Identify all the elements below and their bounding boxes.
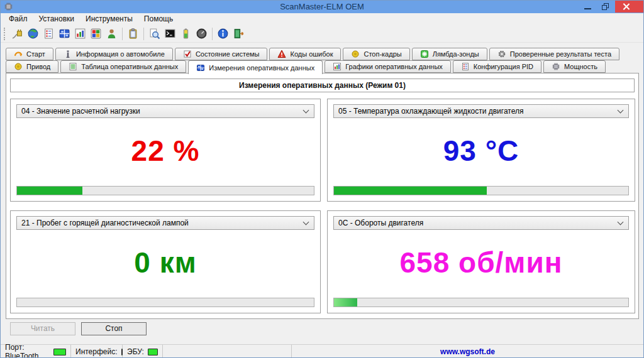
- tab-vehicle-info[interactable]: Информация о автомобиле: [55, 48, 173, 60]
- lambda-icon: [420, 50, 429, 58]
- chevron-down-icon: [303, 107, 309, 114]
- tab-freeze-frames[interactable]: Стоп-кадры: [343, 48, 409, 60]
- status-website-segment: www.wgsoft.de: [292, 345, 643, 358]
- minimize-button[interactable]: [579, 1, 597, 13]
- ecu-led-indicator: [148, 349, 158, 355]
- menu-help[interactable]: Помощь: [138, 13, 179, 25]
- toolbar-grip[interactable]: [4, 28, 6, 40]
- chevron-down-icon: [618, 219, 624, 225]
- dtc-warning-icon: [277, 50, 286, 58]
- car-info-icon: [64, 50, 72, 58]
- chevron-down-icon: [303, 219, 309, 225]
- measurements-grid-icon[interactable]: [57, 26, 72, 41]
- menu-settings[interactable]: Установки: [33, 13, 80, 25]
- pid-document-icon[interactable]: [41, 26, 57, 41]
- tab-power[interactable]: Мощность: [543, 60, 606, 73]
- tab-test-results[interactable]: Проверенные результаты теста: [489, 48, 619, 60]
- tab-measurements[interactable]: Измерения оперативных данных: [188, 60, 323, 74]
- progress-load: [16, 186, 314, 195]
- window-colors-icon[interactable]: [88, 26, 104, 41]
- toolbar-separator: [212, 28, 213, 40]
- pid-select-load[interactable]: 04 - Значение расчетной нагрузки: [16, 104, 314, 118]
- progress-rpm: [333, 298, 629, 307]
- tab-row-1: Старт Информация о автомобиле Состояние …: [6, 48, 619, 60]
- graphs-icon: [333, 62, 341, 71]
- menu-tools[interactable]: Инструменты: [80, 13, 138, 25]
- value-load: 22 %: [11, 121, 320, 181]
- battery-icon[interactable]: [178, 26, 194, 41]
- gauge-panel-load: 04 - Значение расчетной нагрузки 22 %: [10, 99, 321, 202]
- tab-data-table[interactable]: Таблица оперативных данных: [60, 60, 186, 73]
- test-results-gear-icon: [497, 50, 506, 58]
- tab-actuator[interactable]: Привод: [6, 60, 58, 73]
- measurements-grid-icon: [196, 63, 205, 72]
- data-table-icon: [69, 62, 77, 71]
- progress-coolant: [333, 186, 629, 195]
- close-button[interactable]: [615, 1, 643, 13]
- globe-icon[interactable]: [25, 26, 41, 41]
- gauge-panel-mil-distance: 21 - Пробег с горящей диагностической ла…: [10, 210, 321, 313]
- toolbar-separator: [122, 28, 123, 40]
- actuator-icon: [14, 62, 23, 71]
- gauge-panel-coolant: 05 - Температура охлаждающей жидкости дв…: [327, 99, 635, 202]
- website-link[interactable]: www.wgsoft.de: [440, 347, 495, 356]
- toolbar: [1, 25, 643, 43]
- search-document-icon[interactable]: [147, 26, 162, 41]
- value-coolant: 93 °C: [328, 121, 635, 181]
- port-led-indicator: [53, 349, 66, 355]
- tab-system-status[interactable]: Состояние системы: [175, 48, 268, 60]
- gauge-icon[interactable]: [194, 26, 209, 41]
- status-interface: Интерфейс:: [71, 345, 123, 358]
- tab-start[interactable]: Старт: [6, 48, 53, 60]
- freeze-frame-icon: [351, 50, 360, 58]
- status-bar: Порт: BlueTooth Интерфейс: ЭБУ: www.wgso…: [1, 344, 643, 358]
- graphs-icon[interactable]: [72, 26, 88, 41]
- connect-plug-icon[interactable]: [9, 26, 25, 41]
- pid-select-coolant[interactable]: 05 - Температура охлаждающей жидкости дв…: [333, 104, 629, 118]
- status-empty-segment: [163, 345, 292, 358]
- tab-pid-config[interactable]: Конфигурация PID: [453, 60, 541, 73]
- system-status-icon: [183, 50, 192, 58]
- status-port: Порт: BlueTooth: [1, 345, 71, 358]
- chip-icon: [552, 62, 560, 71]
- stop-button[interactable]: Стоп: [81, 322, 147, 335]
- value-mil-distance: 0 км: [11, 232, 320, 293]
- progress-mil-distance: [16, 298, 314, 307]
- pid-document-icon: [461, 62, 470, 71]
- action-buttons: Читать Стоп: [10, 322, 147, 335]
- title-bar: ScanMaster-ELM OEM: [1, 1, 643, 13]
- menu-bar: Файл Установки Инструменты Помощь: [1, 13, 643, 25]
- read-button[interactable]: Читать: [10, 322, 75, 335]
- exit-door-icon[interactable]: [231, 26, 247, 41]
- chevron-down-icon: [618, 107, 624, 114]
- user-icon[interactable]: [104, 26, 119, 41]
- clipboard-icon[interactable]: [125, 26, 141, 41]
- info-icon[interactable]: [215, 26, 231, 41]
- pid-select-rpm[interactable]: 0C - Обороты двигателя: [333, 216, 629, 230]
- tab-lambda[interactable]: Лямбда-зонды: [412, 48, 487, 60]
- tab-dtc[interactable]: Коды ошибок: [269, 48, 341, 60]
- restore-button[interactable]: [597, 1, 615, 13]
- terminal-icon[interactable]: [162, 26, 178, 41]
- toolbar-separator: [143, 28, 144, 40]
- status-ecu: ЭБУ:: [123, 345, 163, 358]
- application-window: ScanMaster-ELM OEM Файл Установки Инстру…: [0, 0, 644, 358]
- mode-header: Измерения оперативных данных (Режим 01): [10, 79, 635, 92]
- tab-graphs[interactable]: Графики оперативных данных: [325, 60, 451, 73]
- pid-select-mil-distance[interactable]: 21 - Пробег с горящей диагностической ла…: [16, 216, 314, 230]
- start-icon: [14, 50, 23, 58]
- tab-row-2: Привод Таблица оперативных данных Измере…: [6, 60, 606, 73]
- minimize-icon: [584, 8, 591, 9]
- gauge-panel-rpm: 0C - Обороты двигателя 658 об/мин: [327, 210, 635, 313]
- value-rpm: 658 об/мин: [328, 232, 635, 293]
- menu-file[interactable]: Файл: [3, 13, 33, 25]
- window-title: ScanMaster-ELM OEM: [1, 1, 643, 13]
- measurements-page: Измерения оперативных данных (Режим 01) …: [6, 73, 639, 319]
